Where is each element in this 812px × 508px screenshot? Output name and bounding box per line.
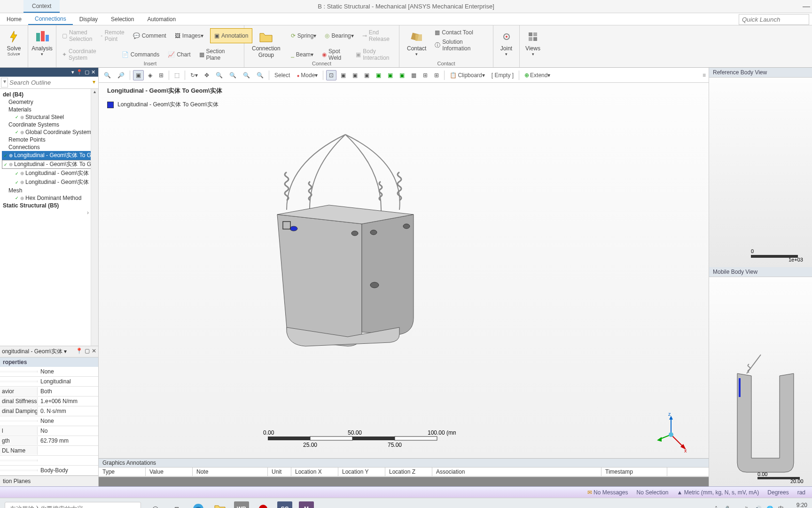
ga-col[interactable]: Location Z [385, 468, 432, 476]
property-row[interactable]: DL Name [0, 446, 98, 456]
sel8-icon[interactable]: ▦ [409, 71, 419, 80]
triad-icon[interactable]: z x [657, 411, 690, 449]
ime-indicator[interactable]: 中 [778, 505, 784, 508]
edge-icon[interactable] [191, 501, 206, 508]
empty-button[interactable]: [ Empty ] [489, 71, 516, 80]
3d-model[interactable] [240, 125, 451, 389]
maximize-icon[interactable]: ▢ [85, 348, 90, 356]
sel3-icon[interactable]: ▣ [350, 71, 360, 80]
tree-node[interactable]: ✓⊕Hex Dominant Method [2, 194, 98, 202]
ga-col[interactable]: Unit [268, 468, 291, 476]
iso-icon[interactable]: ⬚ [172, 71, 182, 80]
property-row[interactable]: Longitudinal [0, 377, 98, 387]
tree-node[interactable]: ✓⊕Longitudinal - Geom\实体 To Geom [2, 151, 98, 160]
spaceclaim-icon[interactable]: SC [277, 501, 292, 508]
close-icon[interactable]: ✕ [91, 69, 95, 75]
contact-tool-button[interactable]: ▦Contact Tool [433, 28, 489, 37]
tab-connections[interactable]: Connections [28, 14, 73, 25]
property-row[interactable]: dinal Damping0. N·s/mm [0, 406, 98, 416]
search-options-icon[interactable]: ▾ [91, 78, 97, 87]
context-tab[interactable]: Context [23, 0, 60, 13]
3d-viewport[interactable]: Longitudinal - Geom\实体 To Geom\实体 Longit… [99, 83, 709, 458]
ga-col[interactable]: Value [146, 468, 193, 476]
named-selection-button[interactable]: ▢Named Selection [60, 28, 94, 43]
tree-node[interactable]: ✓⊕Longitudinal - Geom\实体 To Geom [2, 169, 98, 178]
ga-col[interactable]: Location X [291, 468, 338, 476]
quick-launch-input[interactable] [739, 14, 809, 25]
dropdown-icon[interactable]: ▾ [71, 69, 74, 75]
property-row[interactable]: None [0, 416, 98, 426]
tree-node[interactable]: Materials [2, 106, 98, 113]
system-tray[interactable]: ˄ 🎤 ☁ 🖰 🔊 🌐 中 9:20 2021/4/ [715, 502, 807, 508]
analysis-button[interactable]: Analysis ▾ [32, 27, 52, 58]
messages-status[interactable]: ✉ No Messages [587, 489, 628, 496]
remote-point-button[interactable]: ◦Remote Point [99, 28, 126, 43]
rotate-icon[interactable]: ↻▾ [188, 71, 200, 80]
zoom-icon[interactable]: 🔍 [254, 71, 266, 80]
mode-button[interactable]: ⬥Mode▾ [294, 71, 320, 80]
pin-icon[interactable]: 📍 [76, 348, 83, 356]
units-status[interactable]: ▲ Metric (mm, kg, N, s, mV, mA) [677, 489, 759, 496]
joint-button[interactable]: Joint ▾ [497, 27, 515, 58]
zoom-icon[interactable]: 🔍 [227, 71, 239, 80]
battery-icon[interactable]: 🖰 [744, 506, 750, 508]
close-icon[interactable]: ✕ [92, 348, 96, 356]
tab-automation[interactable]: Automation [141, 14, 182, 24]
ga-col[interactable]: Association [432, 468, 601, 476]
chart-button[interactable]: 📈Chart [166, 47, 192, 62]
fit-icon[interactable]: 🔍 [241, 71, 252, 80]
clipboard-button[interactable]: 📋Clipboard▾ [447, 71, 487, 80]
ga-col[interactable]: Timestamp [601, 468, 667, 476]
tree-node[interactable]: ✓⊕Global Coordinate System [2, 128, 98, 136]
workbench-icon[interactable]: WB [234, 501, 249, 508]
tree-node[interactable]: ✓⊕Longitudinal - Geom\实体 To Geom\实体 [2, 160, 98, 169]
coord-system-button[interactable]: ✦Coordinate System [60, 47, 115, 62]
property-row[interactable] [0, 456, 98, 466]
mobile-body-view[interactable]: 0.0020.00 [709, 277, 812, 486]
mechanical-icon[interactable]: M [299, 501, 314, 508]
views-button[interactable]: Views ▾ [523, 27, 542, 58]
chevron-up-icon[interactable]: ˄ [715, 506, 718, 508]
tab-selection[interactable]: Selection [104, 14, 141, 24]
outline-tree[interactable]: del (B4) GeometryMaterials✓⊕Structural S… [0, 89, 98, 346]
extend-button[interactable]: ⊕Extend▾ [522, 71, 553, 80]
tree-root[interactable]: del (B4) [2, 91, 98, 98]
ga-col[interactable]: Note [193, 468, 268, 476]
contact-button[interactable]: Contact ▾ [403, 27, 430, 58]
bearing-button[interactable]: ◎Bearing▾ [323, 28, 355, 43]
ga-col[interactable]: Location Y [338, 468, 385, 476]
sel4-icon[interactable]: ▣ [362, 71, 372, 80]
taskbar-search-input[interactable] [5, 502, 141, 508]
maximize-icon[interactable]: ▢ [85, 69, 89, 75]
sel7-icon[interactable]: ▣ [397, 71, 407, 80]
sel1-icon[interactable]: ⊡ [326, 70, 336, 80]
ga-col[interactable]: Type [99, 468, 146, 476]
reference-body-view[interactable]: 01e+03 [709, 78, 812, 267]
spring-button[interactable]: ⟳Spring▾ [289, 28, 319, 43]
property-row[interactable]: gth62.739 mm [0, 436, 98, 446]
property-row[interactable]: Body-Body [0, 466, 98, 476]
section-plane-button[interactable]: ▦Section Plane [197, 47, 241, 62]
cube-icon[interactable]: ▣ [133, 70, 144, 80]
explorer-icon[interactable] [212, 501, 227, 508]
pan-icon[interactable]: ✥ [202, 71, 211, 80]
sel10-icon[interactable]: ⊞ [432, 71, 441, 80]
property-row[interactable]: aviorBoth [0, 387, 98, 397]
cortana-icon[interactable]: ◯ [148, 501, 163, 508]
images-button[interactable]: 🖼Images▾ [173, 28, 205, 43]
solve-button[interactable]: Solve Solve▾ [4, 27, 24, 58]
zoom-out-icon[interactable]: 🔎 [115, 71, 127, 80]
section-planes-panel[interactable]: tion Planes [0, 476, 98, 486]
rad-units[interactable]: rad [797, 489, 805, 496]
select-button[interactable]: Select [272, 71, 292, 80]
connection-group-button[interactable]: Connection Group [248, 27, 284, 62]
onedrive-icon[interactable]: ☁ [734, 506, 740, 508]
mic-icon[interactable]: 🎤 [722, 506, 729, 508]
commands-button[interactable]: 📄Commands [120, 47, 161, 62]
minimize-button[interactable]: — [803, 2, 810, 11]
zoom-icon[interactable]: 🔍 [213, 71, 225, 80]
collapse-icon[interactable]: ≡ [703, 72, 706, 79]
sel9-icon[interactable]: ⊞ [421, 71, 430, 80]
clock-time[interactable]: 9:20 [789, 502, 807, 508]
tree-node[interactable]: Mesh [2, 187, 98, 194]
